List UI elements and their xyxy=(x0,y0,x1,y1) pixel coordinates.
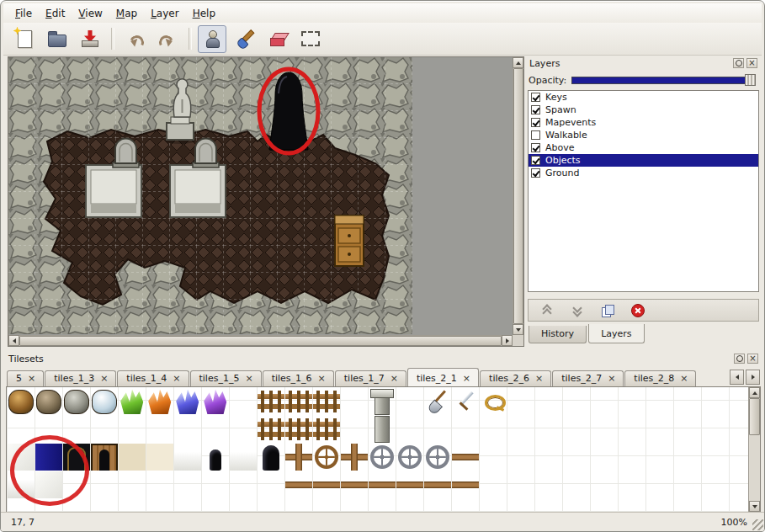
tabs-scroll-left-button[interactable] xyxy=(730,370,744,385)
horizontal-scroll-thumb[interactable] xyxy=(19,336,502,346)
tileset-tab-tiles_1_7[interactable]: tiles_1_7× xyxy=(335,370,406,386)
tile-rock-gray[interactable] xyxy=(63,388,90,415)
map-horizontal-scrollbar[interactable] xyxy=(8,335,513,346)
tab-close-icon[interactable]: × xyxy=(463,374,470,383)
tile-rock-brown[interactable] xyxy=(8,388,35,415)
tile-wheel-wood[interactable] xyxy=(313,444,340,471)
tileset-tab-tiles_1_4[interactable]: tiles_1_4× xyxy=(117,370,189,386)
scroll-left-button[interactable] xyxy=(8,335,19,346)
map-canvas[interactable] xyxy=(8,57,513,335)
tileset-tab-tiles_1_3[interactable]: tiles_1_3× xyxy=(45,370,116,386)
menu-item-layer[interactable]: Layer xyxy=(144,5,185,22)
altar-right[interactable] xyxy=(170,165,226,217)
tab-close-icon[interactable]: × xyxy=(608,374,615,383)
tile-pillar-mid[interactable] xyxy=(369,416,396,443)
tile-rail-h[interactable] xyxy=(285,471,312,498)
tab-close-icon[interactable]: × xyxy=(535,374,543,383)
tab-layers[interactable]: Layers xyxy=(588,324,644,343)
duplicate-layer-button[interactable] xyxy=(599,302,616,319)
tileset-scrollbar[interactable] xyxy=(748,387,760,512)
new-map-button[interactable] xyxy=(10,25,39,53)
tab-close-icon[interactable]: × xyxy=(28,374,35,383)
tile-crystal-blue[interactable] xyxy=(174,388,201,415)
menu-item-help[interactable]: Help xyxy=(186,5,222,22)
tileset-tab-tiles_1_5[interactable]: tiles_1_5× xyxy=(190,370,262,386)
tile-fence[interactable] xyxy=(313,416,340,443)
tile-rail-cross[interactable] xyxy=(285,444,312,471)
save-map-button[interactable] xyxy=(76,25,104,53)
tile-white-grad[interactable] xyxy=(230,444,257,471)
tabs-scroll-right-button[interactable] xyxy=(746,370,760,385)
tile-shovel[interactable] xyxy=(424,388,451,415)
scroll-right-button[interactable] xyxy=(502,335,513,346)
tile-rail-h[interactable] xyxy=(452,444,479,471)
tile-wheel-metal[interactable] xyxy=(369,444,396,471)
tileset-tab-tiles_2_7[interactable]: tiles_2_7× xyxy=(552,370,624,386)
altar-left[interactable] xyxy=(86,165,141,217)
tile-rock-umber[interactable] xyxy=(35,388,62,415)
tile-door-wood[interactable] xyxy=(91,444,118,471)
marquee-select-tool-button[interactable] xyxy=(296,25,325,53)
tile-white-soft[interactable] xyxy=(8,444,35,471)
tile-sword[interactable] xyxy=(452,388,479,415)
tileset-area[interactable] xyxy=(6,386,761,513)
tilesets-close-button[interactable]: × xyxy=(747,354,758,364)
tileset-tab-tiles_2_1[interactable]: tiles_2_1× xyxy=(407,368,479,386)
tab-close-icon[interactable]: × xyxy=(680,374,688,383)
layer-checkbox-ground[interactable] xyxy=(531,168,540,178)
scroll-up-button[interactable] xyxy=(513,57,523,68)
layer-checkbox-above[interactable] xyxy=(531,143,540,152)
tileset-scroll-thumb[interactable] xyxy=(749,398,760,435)
scroll-up-button[interactable] xyxy=(749,387,760,398)
tileset-tab-tiles_2_6[interactable]: tiles_2_6× xyxy=(480,370,551,386)
eraser-tool-button[interactable] xyxy=(263,25,292,53)
tile-figure-large[interactable] xyxy=(258,444,284,471)
tile-crystal-orange[interactable] xyxy=(146,388,173,415)
tab-history[interactable]: History xyxy=(529,326,587,343)
menu-item-file[interactable]: File xyxy=(8,5,39,22)
layer-row-spawn[interactable]: Spawn xyxy=(529,104,758,116)
delete-layer-button[interactable] xyxy=(630,302,646,319)
opacity-slider-handle[interactable] xyxy=(745,74,756,86)
redo-button[interactable] xyxy=(153,25,182,53)
layer-row-ground[interactable]: Ground xyxy=(529,167,758,179)
tile-door-dark[interactable] xyxy=(63,444,90,471)
tile-rock-ice[interactable] xyxy=(91,388,118,415)
tile-rail-h[interactable] xyxy=(313,471,340,498)
layer-checkbox-walkable[interactable] xyxy=(531,130,540,140)
tile-fence[interactable] xyxy=(258,416,284,443)
menu-item-view[interactable]: View xyxy=(72,5,109,22)
entity-tool-button[interactable] xyxy=(198,25,226,53)
menu-item-edit[interactable]: Edit xyxy=(39,5,72,22)
menu-item-map[interactable]: Map xyxy=(109,5,144,22)
cabinet[interactable] xyxy=(335,215,364,266)
layer-checkbox-keys[interactable] xyxy=(531,93,540,102)
layer-row-above[interactable]: Above xyxy=(529,141,758,154)
tab-close-icon[interactable]: × xyxy=(173,374,180,383)
scroll-down-button[interactable] xyxy=(513,324,523,335)
tile-rail-h[interactable] xyxy=(369,471,396,498)
tile-rail-h[interactable] xyxy=(452,471,479,498)
tile-white-grad[interactable] xyxy=(174,444,201,471)
resize-grip[interactable] xyxy=(752,519,763,530)
scroll-down-button[interactable] xyxy=(749,501,760,512)
layer-checkbox-spawn[interactable] xyxy=(531,105,540,114)
lower-layer-button[interactable] xyxy=(569,302,586,319)
tile-rail-h[interactable] xyxy=(396,471,423,498)
tile-coil[interactable] xyxy=(480,388,507,415)
layers-float-button[interactable] xyxy=(733,58,744,68)
tile-rail-h[interactable] xyxy=(424,471,451,498)
undo-button[interactable] xyxy=(120,25,149,53)
tile-crystal-green[interactable] xyxy=(119,388,146,415)
open-map-button[interactable] xyxy=(43,25,72,53)
tile-fence[interactable] xyxy=(258,388,284,415)
tile-fence[interactable] xyxy=(285,416,312,443)
tab-close-icon[interactable]: × xyxy=(318,374,326,383)
opacity-slider[interactable] xyxy=(571,77,756,84)
tab-close-icon[interactable]: × xyxy=(100,374,108,383)
tab-close-icon[interactable]: × xyxy=(245,374,252,383)
gravestone-right[interactable] xyxy=(193,139,219,168)
tile-fence[interactable] xyxy=(313,388,340,415)
tile-figure-small[interactable] xyxy=(202,444,229,471)
layer-checkbox-objects[interactable] xyxy=(531,156,540,165)
